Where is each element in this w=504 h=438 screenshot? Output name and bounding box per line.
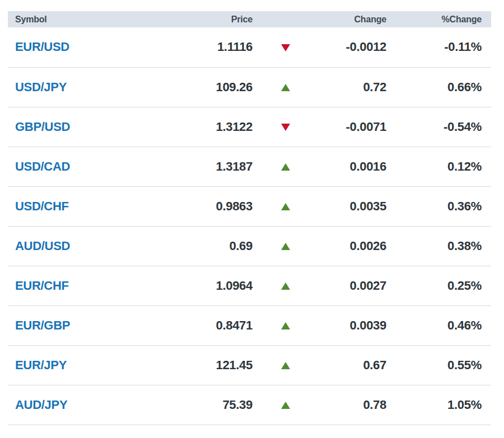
table-row: EUR/USD 1.1116 -0.0012 -0.11%: [8, 27, 491, 67]
header-row: Symbol Price Change %Change: [8, 11, 491, 27]
change-cell: 0.0026: [319, 226, 386, 266]
table-row: EUR/JPY 121.45 0.67 0.55%: [8, 345, 491, 385]
table-row: USD/JPY 109.26 0.72 0.66%: [8, 67, 491, 107]
price-cell: 1.3122: [148, 107, 253, 147]
pct-change-cell: 0.12%: [386, 147, 491, 186]
up-arrow-icon: [281, 362, 290, 369]
symbol-link[interactable]: USD/CHF: [15, 199, 69, 213]
table-body: EUR/USD 1.1116 -0.0012 -0.11% USD/JPY 10…: [8, 27, 491, 425]
table-row: EUR/GBP 0.8471 0.0039 0.46%: [8, 305, 491, 345]
symbol-link[interactable]: EUR/GBP: [15, 318, 70, 332]
pct-change-cell: -0.54%: [386, 107, 491, 147]
down-arrow-icon: [281, 124, 290, 131]
change-cell: 0.0027: [319, 266, 386, 305]
table-row: AUD/JPY 75.39 0.78 1.05%: [8, 385, 491, 425]
price-cell: 0.9863: [148, 186, 253, 226]
pct-change-cell: -0.11%: [386, 27, 491, 67]
price-cell: 109.26: [148, 67, 253, 107]
price-cell: 121.45: [148, 345, 253, 385]
pct-change-cell: 1.05%: [386, 385, 491, 425]
forex-quotes-table: Symbol Price Change %Change EUR/USD 1.11…: [8, 11, 491, 425]
table-row: USD/CHF 0.9863 0.0035 0.36%: [8, 186, 491, 226]
column-header-symbol: Symbol: [8, 11, 148, 27]
up-arrow-icon: [281, 203, 290, 210]
pct-change-cell: 0.66%: [386, 67, 491, 107]
price-cell: 75.39: [148, 385, 253, 425]
price-cell: 1.1116: [148, 27, 253, 67]
column-header-pct-change: %Change: [386, 11, 491, 27]
change-cell: 0.0035: [319, 186, 386, 226]
pct-change-cell: 0.36%: [386, 186, 491, 226]
up-arrow-icon: [281, 282, 290, 290]
up-arrow-icon: [281, 402, 290, 409]
forex-quotes-widget: Symbol Price Change %Change EUR/USD 1.11…: [8, 11, 491, 425]
change-cell: 0.72: [319, 67, 386, 107]
price-cell: 0.69: [148, 226, 253, 266]
up-arrow-icon: [281, 243, 290, 250]
symbol-link[interactable]: AUD/USD: [15, 239, 70, 253]
up-arrow-icon: [281, 84, 290, 91]
table-row: GBP/USD 1.3122 -0.0071 -0.54%: [8, 107, 491, 147]
change-cell: 0.67: [319, 345, 386, 385]
change-cell: 0.0039: [319, 305, 386, 345]
pct-change-cell: 0.25%: [386, 266, 491, 305]
symbol-link[interactable]: EUR/JPY: [15, 358, 67, 372]
symbol-link[interactable]: USD/CAD: [15, 159, 70, 173]
column-header-price: Price: [148, 11, 253, 27]
symbol-link[interactable]: EUR/CHF: [15, 279, 69, 293]
table-row: AUD/USD 0.69 0.0026 0.38%: [8, 226, 491, 266]
column-header-arrow: [253, 11, 319, 27]
table-row: USD/CAD 1.3187 0.0016 0.12%: [8, 147, 491, 186]
pct-change-cell: 0.46%: [386, 305, 491, 345]
change-cell: -0.0012: [319, 27, 386, 67]
change-cell: 0.0016: [319, 147, 386, 186]
table-header: Symbol Price Change %Change: [8, 11, 491, 27]
symbol-link[interactable]: GBP/USD: [15, 120, 70, 134]
price-cell: 1.0964: [148, 266, 253, 305]
up-arrow-icon: [281, 322, 290, 329]
symbol-link[interactable]: AUD/JPY: [15, 398, 67, 412]
pct-change-cell: 0.38%: [386, 226, 491, 266]
symbol-link[interactable]: EUR/USD: [15, 40, 69, 54]
down-arrow-icon: [281, 44, 290, 51]
pct-change-cell: 0.55%: [386, 345, 491, 385]
change-cell: 0.78: [319, 385, 386, 425]
table-row: EUR/CHF 1.0964 0.0027 0.25%: [8, 266, 491, 305]
symbol-link[interactable]: USD/JPY: [15, 80, 67, 94]
price-cell: 1.3187: [148, 147, 253, 186]
price-cell: 0.8471: [148, 305, 253, 345]
change-cell: -0.0071: [319, 107, 386, 147]
column-header-change: Change: [319, 11, 386, 27]
up-arrow-icon: [281, 163, 290, 171]
